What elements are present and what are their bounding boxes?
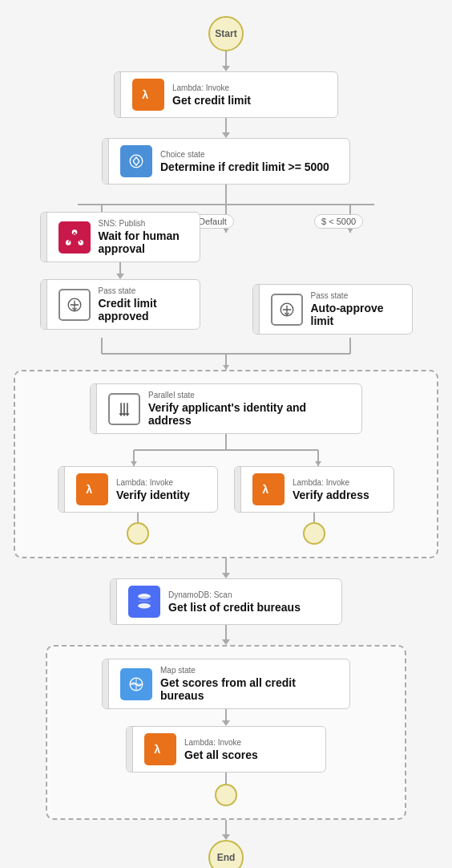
sns-icon — [59, 221, 91, 254]
merge-lines-svg — [14, 338, 438, 370]
parallel-container: Parallel state Verify applicant's identi… — [14, 370, 438, 558]
connector-after-parallel — [222, 558, 230, 578]
lambda-identity-type: Lambda: Invoke — [116, 478, 190, 487]
end-node: End — [208, 840, 244, 868]
pass-auto-icon — [271, 294, 303, 326]
svg-text:λ: λ — [86, 483, 92, 496]
right-branch: Pass state Auto-approve limit — [252, 212, 413, 335]
lambda-all-scores-type: Lambda: Invoke — [184, 738, 258, 747]
sns-name: Wait for human approval — [99, 229, 190, 255]
pass-approved-card[interactable]: Pass state Credit limit approved — [40, 279, 200, 330]
lambda-all-scores-name: Get all scores — [184, 748, 258, 761]
choice-state-card[interactable]: Choice state Determine if credit limit >… — [102, 138, 350, 185]
svg-line-14 — [75, 232, 81, 242]
svg-text:λ: λ — [262, 483, 268, 496]
branch-cards-row: SNS: Publish Wait for human approval — [14, 212, 438, 335]
dynamo-card[interactable]: DynamoDB: Scan Get list of credit bureau… — [110, 578, 342, 625]
lambda-address-card[interactable]: λ Lambda: Invoke Verify address — [234, 466, 394, 513]
start-node: Start — [208, 16, 244, 51]
lambda-address-name: Verify address — [293, 489, 369, 501]
lambda-address-type: Lambda: Invoke — [293, 478, 369, 487]
svg-text:λ: λ — [142, 88, 148, 101]
dynamo-icon — [128, 586, 160, 618]
end-node-address — [303, 522, 325, 545]
svg-point-12 — [78, 240, 83, 245]
lambda-icon: λ — [132, 79, 164, 111]
pass-approved-name: Credit limit approved — [99, 297, 190, 322]
choice-icon — [120, 145, 152, 177]
parallel-name: Verify applicant's identity and address — [148, 401, 352, 427]
end-node-map — [215, 784, 237, 806]
connector-after-map — [222, 820, 230, 840]
parallel-branches: λ Lambda: Invoke Verify identity — [58, 466, 394, 545]
lambda-address-icon: λ — [252, 473, 285, 505]
branch-label-lt5000: $ < 5000 — [314, 214, 363, 229]
sns-type: SNS: Publish — [99, 219, 190, 228]
card-type-label: Lambda: Invoke — [172, 83, 251, 92]
card-name-label: Get credit limit — [172, 94, 251, 107]
parallel-type: Parallel state — [148, 391, 352, 400]
svg-point-38 — [138, 603, 151, 609]
svg-line-13 — [68, 232, 75, 242]
end-node-identity — [127, 522, 149, 545]
map-state-card[interactable]: Map state Get scores from all credit bur… — [102, 659, 350, 709]
parallel-state-card[interactable]: Parallel state Verify applicant's identi… — [90, 383, 362, 434]
pass-approved-icon — [59, 289, 91, 321]
dynamo-type: DynamoDB: Scan — [168, 590, 301, 599]
map-icon — [120, 668, 152, 700]
left-bar — [115, 72, 121, 117]
map-type: Map state — [160, 666, 340, 675]
parallel-split-svg — [42, 434, 410, 466]
map-container: Map state Get scores from all credit bur… — [46, 645, 406, 820]
branch-area: $ >= 5000 Default $ < 5000 — [0, 185, 452, 370]
connector-before-map — [222, 625, 230, 645]
lambda-identity-icon: λ — [76, 473, 108, 505]
parallel-icon — [108, 393, 140, 425]
workflow-canvas: Start λ Lambda: Invoke Get credit limit — [0, 0, 452, 868]
choice-name-label: Determine if credit limit >= 5000 — [160, 160, 329, 173]
lambda-identity-card[interactable]: λ Lambda: Invoke Verify identity — [58, 466, 218, 513]
svg-marker-27 — [125, 413, 129, 416]
dynamo-name: Get list of credit bureaus — [168, 601, 301, 614]
pass-auto-card[interactable]: Pass state Auto-approve limit — [252, 284, 413, 335]
map-name: Get scores from all credit bureaus — [160, 676, 340, 702]
parallel-branch-identity: λ Lambda: Invoke Verify identity — [58, 466, 218, 545]
pass-auto-name: Auto-approve limit — [311, 302, 402, 327]
lambda-get-credit-card[interactable]: λ Lambda: Invoke Get credit limit — [114, 71, 338, 118]
connector-1 — [222, 51, 230, 71]
lambda-identity-name: Verify identity — [116, 489, 190, 501]
svg-point-39 — [138, 594, 151, 599]
svg-point-11 — [65, 240, 71, 245]
svg-text:λ: λ — [154, 743, 160, 756]
parallel-branch-address: λ Lambda: Invoke Verify address — [234, 466, 394, 545]
pass-auto-type: Pass state — [311, 291, 402, 300]
sns-card[interactable]: SNS: Publish Wait for human approval — [40, 212, 200, 262]
lambda-all-scores-icon: λ — [144, 733, 176, 765]
lambda-all-scores-card[interactable]: λ Lambda: Invoke Get all scores — [126, 726, 326, 773]
choice-type-label: Choice state — [160, 150, 329, 159]
left-branch: SNS: Publish Wait for human approval — [40, 212, 200, 330]
connector-2 — [222, 118, 230, 138]
pass-approved-type: Pass state — [99, 286, 190, 295]
